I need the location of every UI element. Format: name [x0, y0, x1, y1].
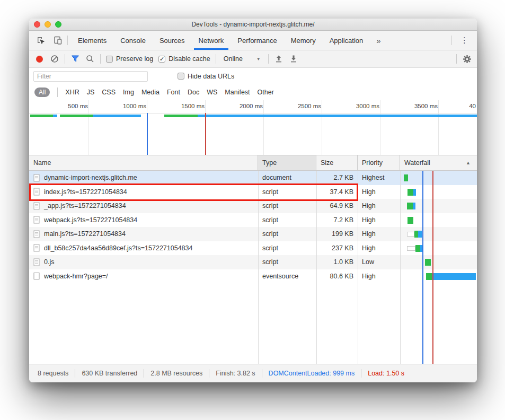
table-row[interactable]: webpack.js?ts=1572271054834 script 7.2 K…: [29, 213, 477, 228]
tab-network[interactable]: Network: [192, 31, 231, 50]
import-har-icon[interactable]: [274, 54, 283, 64]
filter-pill-media[interactable]: Media: [141, 89, 160, 96]
tab-sources[interactable]: Sources: [153, 31, 192, 50]
checkbox-unchecked: [178, 73, 184, 80]
tick-label: 500 ms: [68, 103, 88, 109]
load-event-line: [205, 113, 206, 155]
minimize-button[interactable]: [45, 21, 51, 28]
waterfall-bar: [400, 213, 477, 228]
filter-pill-ws[interactable]: WS: [207, 89, 217, 96]
network-overview-timeline[interactable]: 500 ms 1000 ms 1500 ms 2000 ms 2500 ms 3…: [29, 100, 477, 155]
table-row[interactable]: 0.js script 1.0 KB Low: [29, 255, 477, 269]
active-tab-indicator: [194, 48, 229, 50]
record-network-log-button[interactable]: [36, 56, 43, 63]
request-priority: Highest: [358, 171, 400, 185]
finish-time: Finish: 3.82 s: [209, 370, 261, 377]
settings-gear-icon[interactable]: [462, 54, 472, 64]
table-row[interactable]: main.js?ts=1572271054834 script 199 KB H…: [29, 227, 477, 241]
filter-pill-manifest[interactable]: Manifest: [225, 89, 250, 96]
column-header-name[interactable]: Name: [29, 155, 258, 170]
preserve-log-label: Preserve log: [116, 55, 153, 63]
filter-pill-font[interactable]: Font: [167, 89, 180, 96]
waterfall-bar: [400, 199, 477, 213]
search-icon[interactable]: [85, 54, 95, 64]
table-row[interactable]: webpack-hmr?page=/ eventsource 80.6 KB H…: [29, 269, 477, 284]
table-row[interactable]: dynamic-import-nextjs.glitch.me document…: [29, 171, 477, 185]
divider: [456, 54, 457, 64]
request-type: script: [258, 227, 316, 241]
domcontentloaded-line: [147, 113, 148, 155]
requests-table-header: Name Type Size Priority Waterfall ▲: [29, 155, 477, 171]
checkbox-unchecked: [106, 56, 113, 63]
column-header-waterfall[interactable]: Waterfall ▲: [400, 155, 477, 170]
filter-pill-img[interactable]: Img: [123, 89, 134, 96]
more-tabs-icon[interactable]: »: [370, 31, 387, 50]
column-divider[interactable]: [400, 171, 401, 364]
request-type: document: [258, 171, 316, 185]
filter-input[interactable]: [33, 71, 148, 82]
throttling-dropdown[interactable]: Online ▼: [222, 55, 263, 63]
table-row[interactable]: dll_b58c257da4aa56d89cef.js?ts=157227105…: [29, 241, 477, 256]
request-type: script: [258, 213, 316, 228]
close-button[interactable]: [34, 21, 40, 28]
column-divider[interactable]: [258, 171, 259, 364]
inspect-element-icon[interactable]: [34, 34, 47, 47]
domcontentloaded-time: DOMContentLoaded: 999 ms: [262, 370, 361, 377]
tab-memory[interactable]: Memory: [284, 31, 323, 50]
resources-size: 2.8 MB resources: [144, 370, 209, 377]
request-priority: High: [358, 227, 400, 241]
desktop-background: DevTools - dynamic-import-nextjs.glitch.…: [0, 0, 505, 420]
filter-pill-all[interactable]: All: [34, 88, 50, 97]
tick-label: 2500 ms: [298, 103, 321, 109]
column-divider[interactable]: [316, 171, 317, 364]
table-row[interactable]: _app.js?ts=1572271054834 script 64.9 KB …: [29, 199, 477, 213]
divider: [100, 54, 101, 64]
request-priority: High: [358, 199, 400, 213]
filter-pill-xhr[interactable]: XHR: [65, 89, 79, 96]
zoom-button[interactable]: [55, 21, 61, 28]
request-name: webpack-hmr?page=/: [44, 273, 108, 280]
tab-application[interactable]: Application: [323, 31, 370, 50]
window-title: DevTools - dynamic-import-nextjs.glitch.…: [191, 21, 314, 28]
column-header-priority[interactable]: Priority: [358, 155, 400, 170]
request-type: eventsource: [258, 269, 316, 284]
gridline: [438, 100, 439, 155]
request-priority: High: [358, 185, 400, 199]
clear-network-log-icon[interactable]: [50, 54, 59, 64]
panel-tabs: Elements Console Sources Network Perform…: [71, 31, 387, 50]
filter-pill-css[interactable]: CSS: [102, 89, 116, 96]
hide-data-urls-checkbox[interactable]: Hide data URLs: [178, 73, 234, 80]
filter-pill-js[interactable]: JS: [87, 89, 95, 96]
preserve-log-checkbox[interactable]: Preserve log: [106, 55, 153, 63]
request-name: dynamic-import-nextjs.glitch.me: [44, 174, 137, 181]
document-icon: [33, 230, 40, 238]
column-header-type[interactable]: Type: [258, 155, 316, 170]
devtools-tabbar: Elements Console Sources Network Perform…: [29, 31, 477, 50]
tab-elements[interactable]: Elements: [71, 31, 113, 50]
disable-cache-label: Disable cache: [169, 55, 210, 63]
request-size: 64.9 KB: [316, 199, 358, 213]
column-divider[interactable]: [358, 171, 358, 364]
resource-type-filters: All XHR JS CSS Img Media Font Doc WS Man…: [29, 84, 477, 100]
waterfall-bar: [400, 241, 477, 256]
titlebar: DevTools - dynamic-import-nextjs.glitch.…: [29, 19, 477, 31]
hide-data-urls-label: Hide data URLs: [188, 73, 234, 80]
tab-performance[interactable]: Performance: [231, 31, 283, 50]
request-size: 80.6 KB: [316, 269, 358, 284]
disable-cache-checkbox[interactable]: ✓ Disable cache: [158, 55, 210, 63]
export-har-icon[interactable]: [289, 54, 298, 64]
filter-icon[interactable]: [70, 54, 80, 64]
tab-console[interactable]: Console: [113, 31, 153, 50]
toggle-device-toolbar-icon[interactable]: [51, 34, 64, 47]
document-icon: [33, 202, 40, 210]
tick-label: 3500 ms: [414, 103, 438, 109]
request-priority: High: [358, 269, 400, 284]
table-row[interactable]: index.js?ts=1572271054834 script 37.4 KB…: [29, 185, 477, 199]
tick-label: 3000 ms: [356, 103, 379, 109]
filter-pill-other[interactable]: Other: [258, 89, 274, 96]
devtools-menu-icon[interactable]: ⋮: [457, 36, 472, 45]
document-icon: [33, 174, 40, 182]
column-header-size[interactable]: Size: [316, 155, 358, 170]
requests-count: 8 requests: [31, 370, 75, 377]
filter-pill-doc[interactable]: Doc: [188, 89, 199, 96]
